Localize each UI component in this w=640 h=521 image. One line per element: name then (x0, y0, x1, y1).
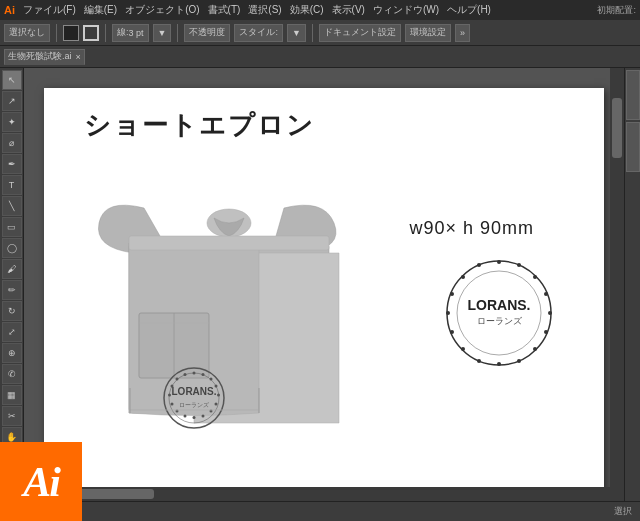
more-settings-button[interactable]: » (455, 24, 470, 42)
status-text: 選択 (614, 505, 632, 518)
svg-point-11 (217, 394, 220, 397)
brush-selector[interactable]: ▼ (153, 24, 172, 42)
menu-view[interactable]: 表示(V) (332, 3, 365, 17)
logo-standalone: LORANS. ローランズ (444, 258, 554, 368)
svg-point-46 (457, 271, 541, 355)
opacity-field[interactable]: 不透明度 (184, 24, 230, 42)
ellipse-btn[interactable]: ◯ (2, 238, 22, 258)
scissors-btn[interactable]: ✂ (2, 406, 22, 426)
svg-point-12 (215, 403, 218, 406)
svg-point-34 (548, 311, 552, 315)
svg-point-15 (193, 416, 196, 419)
lasso-btn[interactable]: ⌀ (2, 133, 22, 153)
scale-btn[interactable]: ⤢ (2, 322, 22, 342)
svg-point-18 (171, 403, 174, 406)
tab-bar: 生物死骸試験.ai × (0, 46, 640, 68)
stroke-swatch[interactable] (83, 25, 99, 41)
arrangement-label: 初期配置: (597, 4, 636, 17)
svg-point-21 (176, 378, 179, 381)
eyedropper-btn[interactable]: ✆ (2, 364, 22, 384)
toolbar-sep-1 (56, 24, 57, 42)
v-scroll-thumb[interactable] (612, 98, 622, 158)
toolbar-sep-2 (105, 24, 106, 42)
artboard: ショートエプロン (44, 88, 604, 491)
pen-btn[interactable]: ✒ (2, 154, 22, 174)
style-field[interactable]: スタイル: (234, 24, 283, 42)
svg-point-16 (184, 415, 187, 418)
pencil-btn[interactable]: ✏ (2, 280, 22, 300)
left-toolbar: ↖ ↗ ✦ ⌀ ✒ T ╲ ▭ ◯ 🖌 ✏ ↻ ⤢ ⊕ ✆ ▦ ✂ ✋ 🔍 ⬛ (0, 68, 24, 501)
svg-point-37 (517, 359, 521, 363)
gradient-btn[interactable]: ▦ (2, 385, 22, 405)
apron-image: LORANS. ローランズ (84, 168, 374, 468)
svg-point-40 (461, 347, 465, 351)
fill-swatch[interactable] (63, 25, 79, 41)
svg-point-33 (544, 292, 548, 296)
menu-effect[interactable]: 効果(C) (290, 3, 324, 17)
bottom-bar: 66.67% ▾ 選択 (0, 501, 640, 521)
direct-select-btn[interactable]: ↗ (2, 91, 22, 111)
ai-logo-text: Ai (23, 458, 59, 506)
svg-point-7 (193, 372, 196, 375)
svg-point-31 (517, 263, 521, 267)
svg-point-8 (202, 373, 205, 376)
tab-close[interactable]: × (76, 52, 81, 62)
canvas-area[interactable]: ショートエプロン (24, 68, 624, 501)
horizontal-scrollbar[interactable] (24, 487, 610, 501)
svg-point-30 (497, 260, 501, 264)
toolbar-sep-3 (177, 24, 178, 42)
vertical-scrollbar[interactable] (610, 68, 624, 501)
magic-wand-btn[interactable]: ✦ (2, 112, 22, 132)
menu-help[interactable]: ヘルプ(H) (447, 3, 491, 17)
blend-btn[interactable]: ⊕ (2, 343, 22, 363)
document-tab[interactable]: 生物死骸試験.ai × (4, 49, 85, 65)
toolbar-sep-4 (312, 24, 313, 42)
menu-type[interactable]: 書式(T) (208, 3, 241, 17)
text-btn[interactable]: T (2, 175, 22, 195)
menu-window[interactable]: ウィンドウ(W) (373, 3, 439, 17)
line-btn[interactable]: ╲ (2, 196, 22, 216)
menu-select[interactable]: 選択(S) (248, 3, 281, 17)
svg-point-32 (533, 275, 537, 279)
right-panel-btn-2[interactable] (626, 122, 640, 172)
svg-point-14 (202, 415, 205, 418)
svg-point-44 (461, 275, 465, 279)
svg-point-35 (544, 330, 548, 334)
svg-point-45 (477, 263, 481, 267)
artboard-title: ショートエプロン (84, 108, 315, 143)
svg-text:LORANS.: LORANS. (468, 297, 531, 313)
main-layout: ↖ ↗ ✦ ⌀ ✒ T ╲ ▭ ◯ 🖌 ✏ ↻ ⤢ ⊕ ✆ ▦ ✂ ✋ 🔍 ⬛ … (0, 68, 640, 501)
svg-rect-25 (129, 236, 329, 250)
rect-btn[interactable]: ▭ (2, 217, 22, 237)
svg-point-39 (477, 359, 481, 363)
svg-point-42 (446, 311, 450, 315)
right-panel-btn-1[interactable] (626, 70, 640, 120)
menu-bar: Ai ファイル(F) 編集(E) オブジェクト(O) 書式(T) 選択(S) 効… (0, 0, 640, 20)
rotate-btn[interactable]: ↻ (2, 301, 22, 321)
select-tool-label[interactable]: 選択なし (4, 24, 50, 42)
menu-edit[interactable]: 編集(E) (84, 3, 117, 17)
env-settings-button[interactable]: 環境設定 (405, 24, 451, 42)
svg-point-9 (210, 378, 213, 381)
h-scroll-thumb[interactable] (74, 489, 154, 499)
menu-file[interactable]: ファイル(F) (23, 3, 76, 17)
svg-point-36 (533, 347, 537, 351)
apron-container: LORANS. ローランズ (74, 158, 384, 478)
select-tool-btn[interactable]: ↖ (2, 70, 22, 90)
svg-point-38 (497, 362, 501, 366)
doc-settings-button[interactable]: ドキュメント設定 (319, 24, 401, 42)
right-panel (624, 68, 640, 501)
main-toolbar: 選択なし 線: 3 pt ▼ 不透明度 スタイル: ▼ ドキュメント設定 環境設… (0, 20, 640, 46)
paintbrush-btn[interactable]: 🖌 (2, 259, 22, 279)
svg-point-41 (450, 330, 454, 334)
app-icon: Ai (4, 4, 15, 16)
stroke-size-field[interactable]: 線: 3 pt (112, 24, 149, 42)
ai-logo: Ai (0, 442, 82, 521)
size-label: w90× h 90mm (409, 218, 534, 239)
svg-text:ローランズ: ローランズ (477, 316, 523, 326)
svg-text:LORANS.: LORANS. (172, 386, 217, 397)
menu-object[interactable]: オブジェクト(O) (125, 3, 199, 17)
svg-text:ローランズ: ローランズ (179, 402, 210, 408)
style-dropdown[interactable]: ▼ (287, 24, 306, 42)
svg-point-43 (450, 292, 454, 296)
